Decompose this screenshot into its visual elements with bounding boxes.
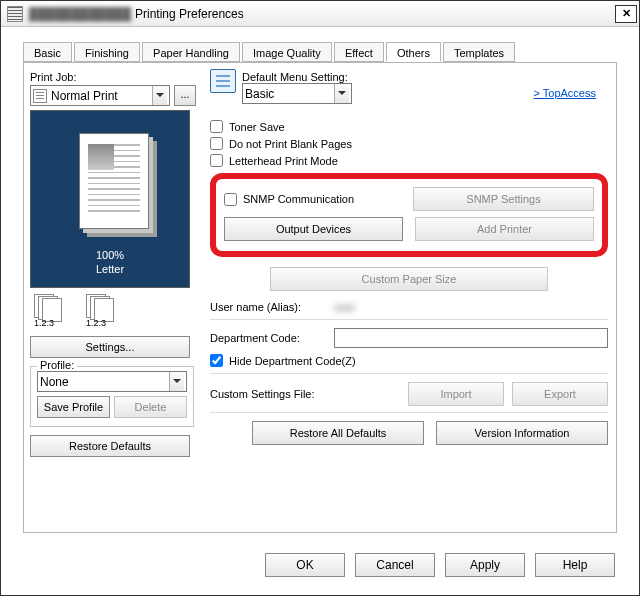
print-job-details-button[interactable]: ... [174, 85, 196, 106]
collation-stack-icon: 1.2.3 [34, 294, 62, 322]
window-title: ████████████Printing Preferences [29, 7, 615, 21]
tab-paper-handling[interactable]: Paper Handling [142, 42, 240, 62]
print-job-combo[interactable]: Normal Print [30, 85, 170, 106]
tab-others[interactable]: Others [386, 42, 441, 62]
add-printer-button: Add Printer [415, 217, 594, 241]
close-button[interactable]: ✕ [615, 5, 637, 23]
highlight-box: SNMP Communication SNMP Settings Output … [210, 173, 608, 257]
profile-combo[interactable]: None [37, 371, 187, 392]
chevron-down-icon [152, 86, 167, 105]
dialog-button-row: OK Cancel Apply Help [265, 553, 615, 577]
help-button[interactable]: Help [535, 553, 615, 577]
profile-group: Profile: None Save Profile Delete [30, 366, 194, 427]
custom-paper-size-button: Custom Paper Size [270, 267, 548, 291]
letterhead-checkbox[interactable]: Letterhead Print Mode [210, 154, 608, 167]
menu-setting-icon [210, 69, 236, 93]
snmp-checkbox[interactable]: SNMP Communication [224, 193, 403, 206]
print-job-value: Normal Print [51, 89, 118, 103]
ok-button[interactable]: OK [265, 553, 345, 577]
snmp-settings-button: SNMP Settings [413, 187, 594, 211]
export-button: Export [512, 382, 608, 406]
titlebar: ████████████Printing Preferences ✕ [1, 1, 639, 27]
tab-effect[interactable]: Effect [334, 42, 384, 62]
cancel-button[interactable]: Cancel [355, 553, 435, 577]
chevron-down-icon [169, 372, 184, 391]
default-menu-label: Default Menu Setting: [242, 71, 528, 83]
default-menu-value: Basic [245, 87, 274, 101]
collation-stack-icon: 1.2.3 [86, 294, 114, 322]
document-icon [33, 89, 47, 103]
preview-media: Letter [31, 263, 189, 275]
blank-pages-checkbox[interactable]: Do not Print Blank Pages [210, 137, 608, 150]
apply-button[interactable]: Apply [445, 553, 525, 577]
username-label: User name (Alias): [210, 301, 326, 313]
tab-templates[interactable]: Templates [443, 42, 515, 62]
chevron-down-icon [334, 84, 349, 103]
restore-all-defaults-button[interactable]: Restore All Defaults [252, 421, 424, 445]
left-column: Print Job: Normal Print ... 100% Letter [30, 69, 202, 457]
printing-preferences-window: ████████████Printing Preferences ✕ Basic… [0, 0, 640, 596]
toner-save-checkbox[interactable]: Toner Save [210, 120, 608, 133]
output-devices-button[interactable]: Output Devices [224, 217, 403, 241]
preview-zoom: 100% [31, 249, 189, 261]
default-menu-combo[interactable]: Basic [242, 83, 352, 104]
restore-defaults-button[interactable]: Restore Defaults [30, 435, 190, 457]
save-profile-button[interactable]: Save Profile [37, 396, 110, 418]
profile-value: None [40, 375, 69, 389]
delete-profile-button: Delete [114, 396, 187, 418]
custom-settings-label: Custom Settings File: [210, 388, 326, 400]
collation-row: 1.2.3 1.2.3 [34, 294, 202, 322]
import-button: Import [408, 382, 504, 406]
username-value: user [334, 301, 355, 313]
tab-image-quality[interactable]: Image Quality [242, 42, 332, 62]
print-job-label: Print Job: [30, 71, 202, 83]
department-code-input[interactable] [334, 328, 608, 348]
tab-page-others: Print Job: Normal Print ... 100% Letter [23, 62, 617, 533]
page-preview: 100% Letter [30, 110, 190, 288]
right-column: Default Menu Setting: Basic > TopAccess … [210, 69, 608, 445]
tab-finishing[interactable]: Finishing [74, 42, 140, 62]
tab-basic[interactable]: Basic [23, 42, 72, 62]
hide-dept-checkbox[interactable]: Hide Department Code(Z) [210, 354, 608, 367]
department-code-label: Department Code: [210, 332, 326, 344]
topaccess-link[interactable]: > TopAccess [534, 87, 596, 99]
profile-label: Profile: [37, 359, 77, 371]
printer-icon [7, 6, 23, 22]
version-info-button[interactable]: Version Information [436, 421, 608, 445]
page-thumbnail [79, 133, 149, 229]
dialog-body: Basic Finishing Paper Handling Image Qua… [1, 27, 639, 595]
tab-strip: Basic Finishing Paper Handling Image Qua… [23, 41, 617, 63]
settings-button[interactable]: Settings... [30, 336, 190, 358]
